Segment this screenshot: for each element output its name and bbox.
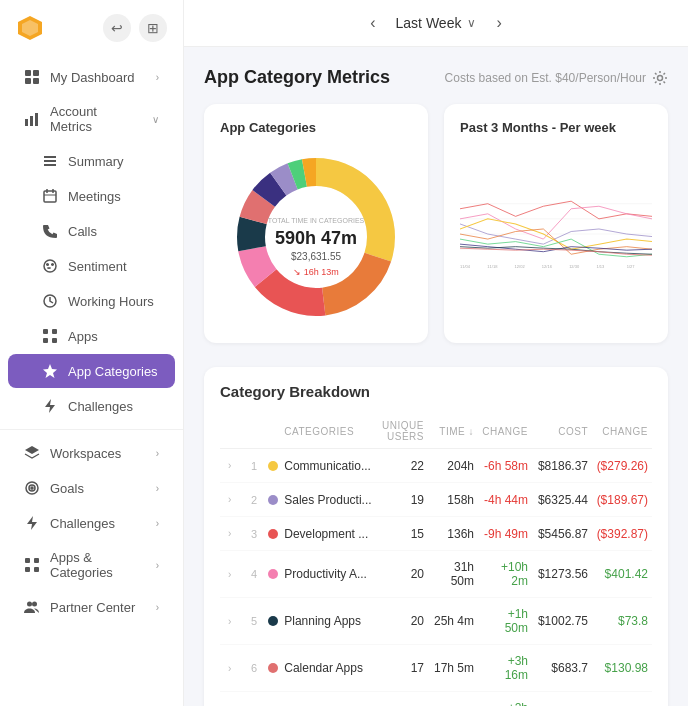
svg-text:11/04: 11/04: [460, 264, 471, 269]
svg-rect-33: [25, 567, 30, 572]
expand-button[interactable]: ›: [224, 661, 235, 676]
svg-rect-32: [34, 558, 39, 563]
row-expand-cell: ›: [220, 551, 244, 598]
sidebar-item-challenges[interactable]: Challenges: [8, 389, 175, 423]
row-category-name: Productivity A...: [264, 551, 378, 598]
sidebar-item-label: Meetings: [68, 189, 159, 204]
category-color-dot: [268, 529, 278, 539]
expand-button[interactable]: ›: [224, 526, 235, 541]
donut-card-title: App Categories: [220, 120, 412, 135]
sidebar-item-meetings[interactable]: Meetings: [8, 179, 175, 213]
category-label: Calendar Apps: [284, 661, 363, 675]
sidebar-item-account-metrics[interactable]: Account Metrics ∨: [8, 95, 175, 143]
row-cost: $683.7: [532, 645, 592, 692]
row-expand-cell: ›: [220, 483, 244, 517]
svg-point-18: [52, 264, 54, 266]
next-period-button[interactable]: ›: [492, 10, 505, 36]
sidebar-item-apps[interactable]: Apps: [8, 319, 175, 353]
sidebar-item-sentiment[interactable]: Sentiment: [8, 249, 175, 283]
layout-button[interactable]: ⊞: [139, 14, 167, 42]
donut-chart: TOTAL TIME IN CATEGORIES 590h 47m $23,63…: [226, 147, 406, 327]
expand-button[interactable]: ›: [224, 492, 235, 507]
breakdown-title: Category Breakdown: [220, 383, 652, 400]
row-category-name: Sales Producti...: [264, 483, 378, 517]
row-change: +1h 50m: [478, 598, 532, 645]
table-row: › 7 A.I. Apps 8 7h 3m +2h 46m $282.47 $1…: [220, 692, 652, 707]
svg-point-37: [658, 75, 663, 80]
sidebar-item-challenges2[interactable]: Challenges ›: [8, 506, 175, 540]
settings-icon[interactable]: [652, 70, 668, 86]
sidebar-item-working-hours[interactable]: Working Hours: [8, 284, 175, 318]
svg-rect-11: [44, 164, 56, 166]
sidebar-item-label: Account Metrics: [50, 104, 142, 134]
nav-list: My Dashboard › Account Metrics ∨ Summary…: [0, 56, 183, 625]
svg-rect-21: [52, 329, 57, 334]
svg-rect-3: [33, 70, 39, 76]
sidebar-item-label: Apps & Categories: [50, 550, 146, 580]
row-time: 158h: [428, 483, 478, 517]
row-users: 22: [378, 449, 428, 483]
sidebar-item-label: Calls: [68, 224, 159, 239]
app-categories-card: App Categories: [204, 104, 428, 343]
svg-text:TOTAL TIME IN CATEGORIES: TOTAL TIME IN CATEGORIES: [268, 217, 365, 224]
sidebar-item-workspaces[interactable]: Workspaces ›: [8, 436, 175, 470]
row-rank: 6: [244, 645, 264, 692]
row-cost: $5456.87: [532, 517, 592, 551]
svg-rect-2: [25, 70, 31, 76]
table-row: › 6 Calendar Apps 17 17h 5m +3h 16m $683…: [220, 645, 652, 692]
row-change: -4h 44m: [478, 483, 532, 517]
svg-text:1/13: 1/13: [596, 264, 605, 269]
sidebar-item-summary[interactable]: Summary: [8, 144, 175, 178]
table-row: › 2 Sales Producti... 19 158h -4h 44m $6…: [220, 483, 652, 517]
row-users: 19: [378, 483, 428, 517]
row-rank: 4: [244, 551, 264, 598]
row-time: 7h 3m: [428, 692, 478, 707]
svg-text:11/18: 11/18: [487, 264, 498, 269]
users-icon: [24, 599, 40, 615]
sidebar-actions: ↩ ⊞: [103, 14, 167, 42]
row-change: +10h 2m: [478, 551, 532, 598]
undo-button[interactable]: ↩: [103, 14, 131, 42]
sidebar-item-label: Workspaces: [50, 446, 146, 461]
sidebar-item-partner-center[interactable]: Partner Center ›: [8, 590, 175, 624]
svg-text:1/27: 1/27: [627, 264, 636, 269]
table-row: › 1 Communicatio... 22 204h -6h 58m $818…: [220, 449, 652, 483]
col-change2: CHANGE: [592, 414, 652, 449]
row-category-name: Development ...: [264, 517, 378, 551]
row-expand-cell: ›: [220, 645, 244, 692]
prev-period-button[interactable]: ‹: [366, 10, 379, 36]
table-row: › 5 Planning Apps 20 25h 4m +1h 50m $100…: [220, 598, 652, 645]
sidebar-item-my-dashboard[interactable]: My Dashboard ›: [8, 60, 175, 94]
row-change: -6h 58m: [478, 449, 532, 483]
period-selector[interactable]: Last Week ∨: [396, 15, 477, 31]
row-time: 17h 5m: [428, 645, 478, 692]
row-cost-change: ($279.26): [592, 449, 652, 483]
row-rank: 1: [244, 449, 264, 483]
row-rank: 3: [244, 517, 264, 551]
sidebar-item-goals[interactable]: Goals ›: [8, 471, 175, 505]
svg-rect-22: [43, 338, 48, 343]
row-users: 17: [378, 645, 428, 692]
line-chart: 11/04 11/18 12/02 12/16 12/30 1/13 1/27: [460, 147, 652, 315]
line-chart-title: Past 3 Months - Per week: [460, 120, 652, 135]
svg-point-35: [27, 602, 32, 607]
sidebar-item-label: App Categories: [68, 364, 159, 379]
row-users: 20: [378, 551, 428, 598]
sidebar-item-app-categories[interactable]: App Categories: [8, 354, 175, 388]
sidebar-item-calls[interactable]: Calls: [8, 214, 175, 248]
expand-button[interactable]: ›: [224, 567, 235, 582]
sidebar-item-label: My Dashboard: [50, 70, 146, 85]
category-label: Productivity A...: [284, 567, 367, 581]
row-cost-change: $73.8: [592, 598, 652, 645]
svg-text:$23,631.55: $23,631.55: [291, 251, 341, 262]
row-cost-change: $110.92: [592, 692, 652, 707]
expand-button[interactable]: ›: [224, 458, 235, 473]
svg-text:590h 47m: 590h 47m: [275, 228, 357, 248]
col-cost: COST: [532, 414, 592, 449]
sidebar-item-apps-categories[interactable]: Apps & Categories ›: [8, 541, 175, 589]
category-label: Communicatio...: [284, 459, 371, 473]
row-expand-cell: ›: [220, 692, 244, 707]
row-expand-cell: ›: [220, 598, 244, 645]
row-users: 15: [378, 517, 428, 551]
expand-button[interactable]: ›: [224, 614, 235, 629]
